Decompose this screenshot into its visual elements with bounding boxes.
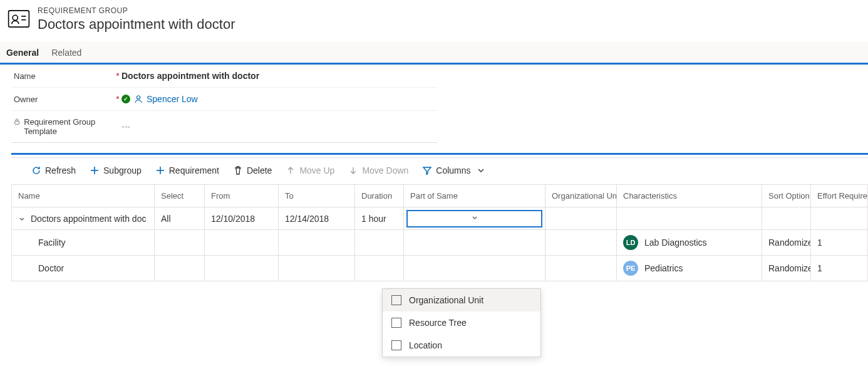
refresh-icon — [31, 165, 41, 175]
move-up-button: Move Up — [279, 163, 341, 178]
svg-rect-5 — [15, 121, 19, 124]
popup-option-org-unit[interactable]: Organizational Unit — [383, 289, 540, 311]
plus-icon — [90, 165, 100, 175]
col-duration[interactable]: Duration — [355, 185, 404, 207]
cell-sort[interactable]: Randomize — [762, 230, 811, 255]
requirements-grid: Name Select From To Duration Part of Sam… — [11, 184, 868, 281]
arrow-down-icon — [348, 165, 358, 175]
cell-from[interactable] — [205, 230, 279, 255]
svg-point-1 — [13, 15, 18, 20]
page-header: REQUIREMENT GROUP Doctors appointment wi… — [0, 0, 868, 41]
refresh-button[interactable]: Refresh — [25, 163, 82, 178]
columns-button[interactable]: Columns — [416, 163, 492, 178]
grid-row[interactable]: Doctors appointment with doc All 12/10/2… — [12, 207, 867, 230]
cell-duration[interactable]: 1 hour — [355, 207, 404, 229]
move-down-button: Move Down — [342, 163, 415, 178]
char-badge: LD — [623, 235, 638, 250]
col-org-unit[interactable]: Organizational Unit — [545, 185, 617, 207]
cell-char[interactable]: LD Lab Diagnostics — [617, 230, 762, 255]
cell-effort[interactable] — [811, 207, 867, 229]
field-owner-label: Owner — [14, 95, 114, 104]
form-tabs: General Related — [0, 41, 868, 65]
popup-option-location[interactable]: Location — [383, 334, 540, 357]
cell-char[interactable]: PE Pediatrics — [617, 256, 762, 281]
presence-available-icon: ✓ — [121, 95, 130, 103]
field-name-value[interactable]: Doctors appointment with doctor — [121, 71, 437, 81]
tab-general[interactable]: General — [3, 41, 48, 63]
field-template-label: Requirement Group Template — [14, 117, 114, 136]
checkbox-icon[interactable] — [391, 318, 401, 328]
chevron-down-icon — [471, 214, 478, 224]
subgroup-button[interactable]: Subgroup — [83, 163, 148, 178]
cell-part-of-same[interactable] — [404, 207, 545, 229]
cell-org[interactable] — [545, 256, 617, 281]
popup-option-resource-tree[interactable]: Resource Tree — [383, 311, 540, 334]
field-template-value: --- — [121, 122, 437, 132]
field-template-row: Requirement Group Template --- — [11, 111, 437, 142]
field-name-label: Name — [14, 71, 114, 81]
required-indicator: * — [114, 71, 121, 81]
col-select[interactable]: Select — [155, 185, 205, 207]
char-badge: PE — [623, 261, 638, 276]
form-card: Name * Doctors appointment with doctor O… — [11, 65, 437, 143]
grid-header-row: Name Select From To Duration Part of Sam… — [12, 185, 867, 207]
cell-part-of-same[interactable] — [404, 256, 545, 281]
cell-from[interactable]: 12/10/2018 — [205, 207, 279, 229]
trash-icon — [233, 165, 243, 175]
checkbox-icon[interactable] — [391, 295, 401, 305]
col-effort[interactable]: Effort Require — [811, 185, 867, 207]
field-owner-value[interactable]: ✓ Spencer Low — [121, 94, 437, 104]
cell-select[interactable] — [155, 230, 205, 255]
cell-effort[interactable]: 1 — [811, 256, 867, 281]
cell-char[interactable] — [617, 207, 762, 229]
filter-icon — [422, 165, 432, 175]
checkbox-icon[interactable] — [391, 340, 401, 350]
cell-name[interactable]: Facility — [12, 230, 155, 255]
cell-to[interactable] — [279, 230, 355, 255]
cell-org[interactable] — [545, 207, 617, 229]
cell-to[interactable] — [279, 256, 355, 281]
col-to[interactable]: To — [279, 185, 355, 207]
chevron-down-icon — [476, 165, 486, 175]
cell-duration[interactable] — [355, 230, 404, 255]
cell-sort[interactable] — [762, 207, 811, 229]
cell-sort[interactable]: Randomize — [762, 256, 811, 281]
cell-name[interactable]: Doctor — [12, 256, 155, 281]
char-text: Lab Diagnostics — [644, 238, 707, 248]
field-name-row: Name * Doctors appointment with doctor — [11, 65, 437, 88]
col-characteristics[interactable]: Characteristics — [617, 185, 762, 207]
part-of-same-dropdown[interactable] — [406, 210, 542, 227]
tab-related[interactable]: Related — [48, 41, 90, 63]
cell-to[interactable]: 12/14/2018 — [279, 207, 355, 229]
cell-part-of-same[interactable] — [404, 230, 545, 255]
required-indicator: * — [114, 94, 121, 104]
chevron-down-icon — [18, 215, 26, 222]
arrow-up-icon — [286, 165, 296, 175]
delete-button[interactable]: Delete — [227, 163, 278, 178]
col-part-of-same[interactable]: Part of Same — [404, 185, 545, 207]
entity-icon — [6, 6, 31, 31]
field-owner-row: Owner * ✓ Spencer Low — [11, 88, 437, 111]
cell-effort[interactable]: 1 — [811, 230, 867, 255]
owner-link-text[interactable]: Spencer Low — [147, 94, 198, 104]
col-from[interactable]: From — [205, 185, 279, 207]
record-title: Doctors appointment with doctor — [38, 16, 235, 33]
col-name[interactable]: Name — [12, 185, 155, 207]
cell-org[interactable] — [545, 230, 617, 255]
part-of-same-popup: Organizational Unit Resource Tree Locati… — [382, 288, 541, 357]
cell-name[interactable]: Doctors appointment with doc — [12, 207, 155, 229]
cell-select[interactable]: All — [155, 207, 205, 229]
expand-toggle[interactable]: Doctors appointment with doc — [18, 214, 146, 224]
cell-select[interactable] — [155, 256, 205, 281]
cell-from[interactable] — [205, 256, 279, 281]
subgrid-toolbar: Refresh Subgroup Requirement Delete Move… — [0, 158, 868, 183]
grid-row[interactable]: Facility LD Lab Diagnostics Randomize 1 — [12, 230, 867, 256]
cell-duration[interactable] — [355, 256, 404, 281]
requirement-button[interactable]: Requirement — [149, 163, 225, 178]
subgrid-divider — [11, 153, 868, 158]
col-sort-option[interactable]: Sort Option — [762, 185, 811, 207]
svg-point-4 — [137, 96, 140, 99]
plus-icon — [155, 165, 165, 175]
svg-rect-0 — [9, 11, 29, 27]
grid-row[interactable]: Doctor PE Pediatrics Randomize 1 — [12, 256, 867, 281]
